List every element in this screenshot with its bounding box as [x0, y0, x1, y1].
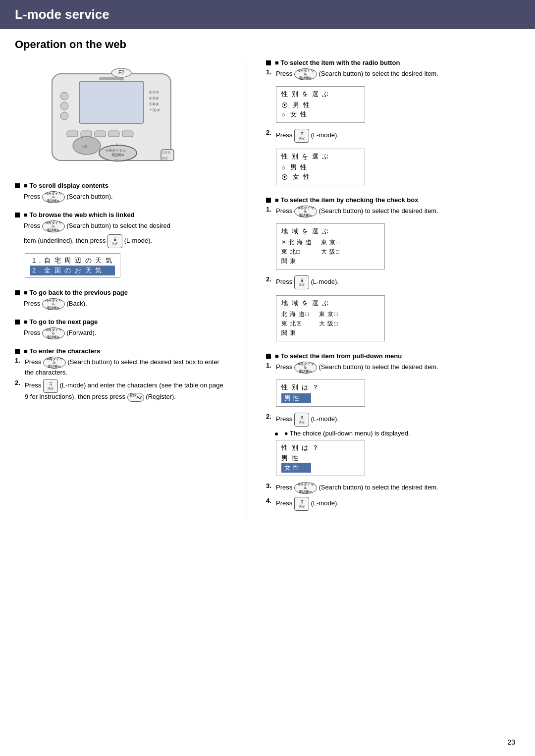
pulldown-screen-2-opt1: 男 性 [281, 454, 360, 463]
radio-screen-2: 性 別 を 選 ぶ 男 性 女 性 [276, 149, 365, 185]
checkbox-step-2: 2. Press ⠿ 決定 (L-mode). [266, 275, 520, 289]
checkbox-checked-icon [296, 320, 303, 327]
press-label: Press [276, 484, 294, 491]
svg-rect-14 [81, 131, 92, 137]
search-button-icon: ⊲再ダイヤル電話帳⊳ [294, 482, 317, 494]
checkbox-unchecked-icon [336, 248, 341, 255]
bullet-icon [266, 198, 271, 203]
checkbox-block: ■ To select the item by checking the che… [266, 196, 520, 344]
press-label: Press [25, 358, 43, 366]
press-label: Press [276, 363, 294, 371]
radio-heading: ■ To select the item with the radio butt… [266, 59, 520, 66]
radio-step-2: 2. Press ⠿ 決定 (L-mode). [266, 129, 520, 143]
radio-unselected-icon [281, 164, 287, 171]
svg-point-12 [60, 112, 68, 120]
bullet-dot-icon [275, 432, 278, 435]
svg-text:△: △ [115, 142, 119, 147]
main-content: F2 ①②③ ④⑤⑥ ⑦⑧⑨ ＊⓪＃ [0, 59, 535, 519]
svg-point-11 [60, 102, 68, 110]
radio-selected-icon [281, 102, 290, 109]
svg-text:F2: F2 [118, 70, 124, 75]
column-divider [247, 59, 247, 519]
press-label: Press [24, 193, 42, 200]
checkbox-screen-1: 地 域 を 選 ぶ 北 海 道 東 京 東 北 大 阪 [276, 223, 385, 270]
page-number: 23 [507, 738, 515, 746]
svg-point-10 [60, 92, 68, 100]
svg-text:⠿⠿⠿: ⠿⠿⠿ [162, 151, 171, 156]
device-diagram: F2 ①②③ ④⑤⑥ ⑦⑧⑨ ＊⓪＃ [15, 59, 228, 173]
device-image: F2 ①②③ ④⑤⑥ ⑦⑧⑨ ＊⓪＃ [37, 59, 206, 173]
radio-screen-2-opt1: 男 性 [281, 163, 360, 172]
radio-screen-2-opt2: 女 性 [281, 172, 360, 181]
search-button-icon: ⊲再ダイヤル電話帳⊳ [42, 327, 65, 339]
lmode-button-icon: ⠿ 決定 [294, 497, 309, 511]
bullet-icon [15, 183, 20, 188]
lmode-button-icon: ⠿ 決定 [294, 275, 309, 289]
svg-text:決定: 決定 [162, 156, 168, 160]
svg-text:⑦⑧⑨: ⑦⑧⑨ [149, 102, 159, 107]
browse-block: ■ To browse the web which is linked Pres… [15, 211, 228, 281]
checkbox-unchecked-icon [334, 320, 339, 327]
svg-rect-13 [67, 131, 78, 137]
search-button-icon: ⊲再ダイヤル電話帳⊳ [42, 191, 65, 203]
nav-screen-box: 1．自 宅 周 辺 の 天 気 2．全 国 の お 天 気 [25, 253, 120, 278]
checkbox-heading: ■ To select the item by checking the che… [266, 196, 520, 204]
pulldown-screen-1-label: 性 別 は ？ [281, 383, 360, 392]
svg-rect-2 [99, 77, 124, 80]
checkbox-checked-icon [281, 239, 288, 246]
bullet-icon [15, 349, 20, 354]
lmode-button-icon: ⠿ 決定 [107, 234, 122, 248]
pulldown-step-1: 1. Press ⊲再ダイヤル電話帳⊳ (Search button) to s… [266, 362, 520, 374]
back-body: Press ⊲再ダイヤル電話帳⊳ (Back). [24, 298, 228, 310]
back-heading: ■ To go back to the previous page [15, 289, 228, 296]
search-button-icon: ⊲再ダイヤル電話帳⊳ [43, 357, 66, 369]
scroll-block: ■ To scroll display contents Press ⊲再ダイヤ… [15, 182, 228, 203]
radio-screen-1-title: 性 別 を 選 ぶ [281, 90, 360, 99]
pulldown-screen-2: 性 別 は ？ 男 性 女 性 [276, 440, 365, 476]
bullet-icon [15, 213, 20, 217]
pulldown-steps: 1. Press ⊲再ダイヤル電話帳⊳ (Search button) to s… [266, 362, 520, 374]
right-column: ■ To select the item with the radio butt… [266, 59, 520, 519]
scroll-heading: ■ To scroll display contents [15, 182, 228, 189]
next-heading: ■ To go to the next page [15, 318, 228, 325]
checkbox-unchecked-icon [305, 311, 310, 318]
press-label: Press [24, 300, 42, 307]
press-label: press [109, 393, 127, 400]
back-block: ■ To go back to the previous page Press … [15, 289, 228, 310]
search-button-icon: ⊲再ダイヤル電話帳⊳ [294, 68, 317, 80]
nav-item-1: 1．自 宅 周 辺 の 天 気 [30, 256, 115, 266]
enter-step-1: 1. Press ⊲再ダイヤル電話帳⊳ (Search button) to s… [15, 357, 228, 376]
press-label: Press [276, 278, 294, 285]
bullet-icon [266, 354, 271, 359]
pulldown-screen-2-opt2: 女 性 [281, 463, 360, 473]
press-label: Press [24, 222, 42, 229]
radio-step-1: 1. Press ⊲再ダイヤル電話帳⊳ (Search button) to s… [266, 68, 520, 80]
pulldown-screen-1: 性 別 は ？ 男 性 [276, 379, 365, 407]
checkbox-steps: 1. Press ⊲再ダイヤル電話帳⊳ (Search button) to s… [266, 206, 520, 217]
next-body: Press ⊲再ダイヤル電話帳⊳ (Forward). [24, 327, 228, 339]
pulldown-step3-list: 3. Press ⊲再ダイヤル電話帳⊳ (Search button) to s… [266, 482, 520, 511]
press-label: Press [24, 329, 42, 336]
press-label: Press [276, 70, 294, 77]
radio-step2-list: 2. Press ⠿ 決定 (L-mode). [266, 129, 520, 143]
pulldown-choice-note: ● The choice (pull-down menu) is display… [275, 430, 520, 437]
radio-screen-1-opt2: 女 性 [281, 110, 360, 119]
checkbox-screen-2-title: 地 域 を 選 ぶ [281, 299, 379, 308]
svg-text:◁▷: ◁▷ [82, 144, 89, 149]
press-label: Press [276, 131, 294, 139]
lmode-button-icon: ⠿ 決定 [43, 379, 58, 393]
press-label: Press [276, 415, 294, 423]
svg-rect-1 [79, 81, 144, 123]
radio-steps: 1. Press ⊲再ダイヤル電話帳⊳ (Search button) to s… [266, 68, 520, 80]
svg-rect-16 [108, 131, 119, 137]
svg-text:▽: ▽ [115, 159, 119, 163]
lmode-button-icon: ⠿ 決定 [294, 129, 309, 143]
pulldown-block: ■ To select the item from pull-down menu… [266, 352, 520, 511]
enter-heading: ■ To enter the characters [15, 347, 228, 355]
enter-step-2: 2. Press ⠿ 決定 (L-mode) and enter the cha… [15, 379, 228, 402]
bullet-icon [15, 320, 20, 324]
bullet-icon [266, 60, 271, 65]
press-label: Press [25, 381, 43, 389]
nav-item-2: 2．全 国 の お 天 気 [30, 266, 115, 275]
checkbox-step2-list: 2. Press ⠿ 決定 (L-mode). [266, 275, 520, 289]
